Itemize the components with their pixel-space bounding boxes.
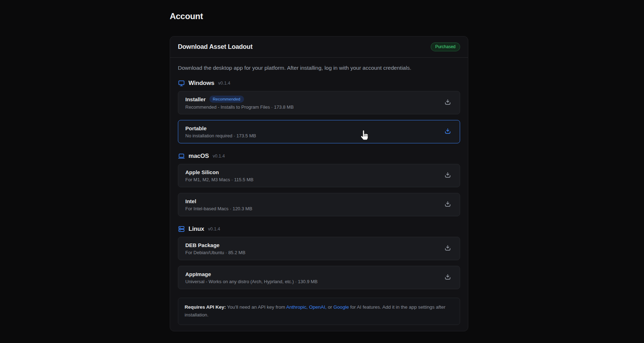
section-header-macos: macOS v0.1.4 xyxy=(178,153,460,160)
section-header-windows: Windows v0.1.4 xyxy=(178,80,460,87)
note-text: You'll need an API key from xyxy=(226,304,286,310)
download-icon xyxy=(444,245,451,253)
download-icon xyxy=(444,99,451,107)
row-title: Installer xyxy=(185,96,206,102)
download-icon xyxy=(444,128,451,136)
row-title: Apple Silicon xyxy=(185,169,219,175)
row-subtitle: For Debian/Ubuntu · 85.2 MB xyxy=(185,250,245,255)
row-title: Intel xyxy=(185,198,196,204)
platform-name: Windows xyxy=(188,80,214,87)
card-description: Download the desktop app for your platfo… xyxy=(178,65,460,71)
openai-link[interactable]: OpenAI, xyxy=(309,304,327,310)
download-icon xyxy=(444,172,451,180)
download-button[interactable] xyxy=(443,199,453,210)
download-row-appimage[interactable]: AppImage Universal - Works on any distro… xyxy=(178,266,460,289)
download-row-apple-silicon[interactable]: Apple Silicon For M1, M2, M3 Macs · 115.… xyxy=(178,164,460,187)
google-link[interactable]: Google xyxy=(333,304,349,310)
api-key-note: Requires API Key: You'll need an API key… xyxy=(178,298,460,325)
monitor-icon xyxy=(178,80,185,87)
download-row-portable[interactable]: Portable No installation required · 173.… xyxy=(178,120,460,143)
row-title: DEB Package xyxy=(185,242,220,248)
row-subtitle: For Intel-based Macs · 120.3 MB xyxy=(185,206,252,211)
download-row-intel[interactable]: Intel For Intel-based Macs · 120.3 MB xyxy=(178,193,460,216)
row-subtitle: Recommended - Installs to Program Files … xyxy=(185,104,294,110)
page-title: Account xyxy=(170,11,468,21)
row-text: Apple Silicon For M1, M2, M3 Macs · 115.… xyxy=(185,169,254,182)
row-title: AppImage xyxy=(185,271,211,277)
row-text: DEB Package For Debian/Ubuntu · 85.2 MB xyxy=(185,242,245,255)
server-icon xyxy=(178,225,185,233)
platform-version: v0.1.4 xyxy=(208,227,220,231)
account-page: Account Download Asset Loadout Purchased… xyxy=(170,11,468,331)
row-subtitle: For M1, M2, M3 Macs · 115.5 MB xyxy=(185,177,254,182)
download-button[interactable] xyxy=(443,126,453,137)
row-title: Portable xyxy=(185,125,207,131)
download-button[interactable] xyxy=(443,243,453,254)
row-text: AppImage Universal - Works on any distro… xyxy=(185,271,318,284)
download-icon xyxy=(444,274,451,282)
row-text: Installer Recommended Recommended - Inst… xyxy=(185,96,294,110)
section-header-linux: Linux v0.1.4 xyxy=(178,225,460,233)
download-button[interactable] xyxy=(443,272,453,283)
purchased-badge: Purchased xyxy=(431,42,460,51)
platform-version: v0.1.4 xyxy=(218,81,230,86)
card-title: Download Asset Loadout xyxy=(178,43,253,51)
row-subtitle: No installation required · 173.5 MB xyxy=(185,133,256,138)
row-text: Portable No installation required · 173.… xyxy=(185,125,256,138)
platform-name: Linux xyxy=(188,225,204,233)
note-label: Requires API Key: xyxy=(185,304,226,310)
download-row-deb[interactable]: DEB Package For Debian/Ubuntu · 85.2 MB xyxy=(178,237,460,260)
anthropic-link[interactable]: Anthropic, xyxy=(286,304,308,310)
row-subtitle: Universal - Works on any distro (Arch, H… xyxy=(185,279,318,284)
download-card-header: Download Asset Loadout Purchased xyxy=(170,36,468,58)
download-button[interactable] xyxy=(443,170,453,181)
platform-name: macOS xyxy=(188,153,209,160)
download-card: Download Asset Loadout Purchased Downloa… xyxy=(170,36,468,331)
download-row-installer[interactable]: Installer Recommended Recommended - Inst… xyxy=(178,91,460,114)
download-card-body: Download the desktop app for your platfo… xyxy=(170,58,468,331)
download-icon xyxy=(444,201,451,209)
note-text: or xyxy=(326,304,333,310)
download-button[interactable] xyxy=(443,97,453,108)
row-text: Intel For Intel-based Macs · 120.3 MB xyxy=(185,198,252,211)
platform-version: v0.1.4 xyxy=(213,154,225,159)
laptop-icon xyxy=(178,153,185,160)
recommended-badge: Recommended xyxy=(209,96,244,103)
